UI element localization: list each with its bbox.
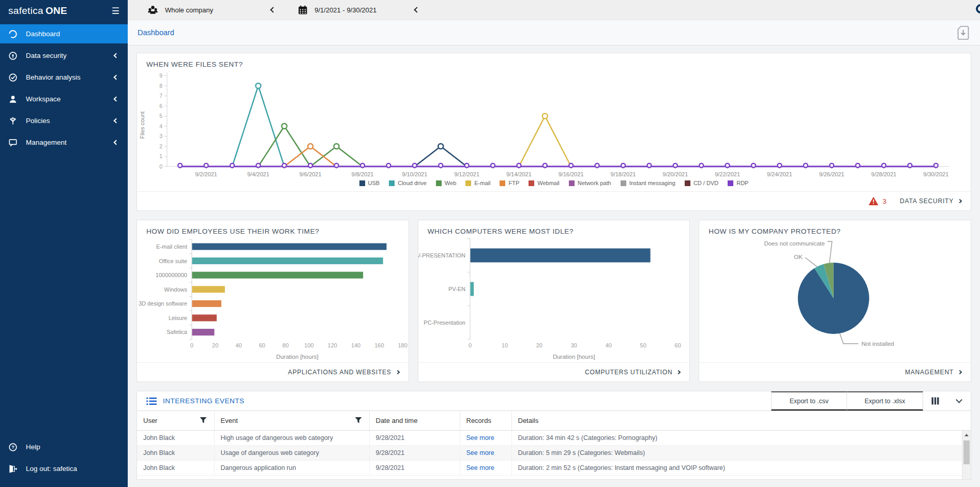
events-table: User Event Date and time Records Details…	[137, 411, 971, 476]
svg-text:9/2/2021: 9/2/2021	[195, 171, 217, 177]
svg-text:100: 100	[304, 342, 313, 348]
svg-text:10: 10	[501, 342, 507, 348]
legend-item: Instant messaging	[621, 180, 675, 186]
svg-text:9/16/2021: 9/16/2021	[559, 171, 584, 177]
sidebar-item-behavior-analysis[interactable]: Behavior analysis	[0, 68, 128, 87]
date-range-label: 9/1/2021 - 9/30/2021	[314, 6, 376, 14]
interesting-events-title[interactable]: INTERESTING EVENTS	[137, 391, 245, 410]
sidebar-item-label: Data security	[26, 52, 67, 59]
scroll-up-arrow[interactable]	[962, 431, 971, 439]
collapse-table-chevron[interactable]	[947, 391, 971, 410]
refresh-ring-icon[interactable]	[974, 2, 980, 15]
alert-count: 3	[883, 197, 887, 205]
svg-text:2: 2	[159, 143, 162, 149]
scrollbar-thumb[interactable]	[963, 440, 970, 464]
see-more-link[interactable]: See more	[466, 434, 494, 442]
breadcrumb[interactable]: Dashboard	[138, 28, 174, 37]
svg-text:9/12/2021: 9/12/2021	[454, 171, 479, 177]
date-range-selector[interactable]: 9/1/2021 - 9/30/2021	[298, 5, 376, 15]
data-security-link[interactable]: DATA SECURITY	[900, 197, 961, 205]
svg-text:OK: OK	[794, 254, 803, 260]
files-sent-chart: 01234567899/2/20219/4/20219/6/20219/8/20…	[137, 68, 971, 178]
data-security-alert: 3	[868, 196, 887, 206]
protection-footer: MANAGEMENT	[699, 362, 971, 382]
sidebar-item-logout[interactable]: Log out: safetica	[0, 459, 128, 478]
events-actions: Export to .csv Export to .xlsx	[771, 391, 971, 410]
sidebar-footer: ? Help Log out: safetica	[0, 437, 128, 481]
legend-item: E-mail	[465, 180, 490, 186]
sidebar-item-help[interactable]: ? Help	[0, 437, 128, 456]
svg-text:9/20/2021: 9/20/2021	[662, 171, 688, 177]
sidebar-item-label: Behavior analysis	[26, 73, 81, 81]
svg-text:60: 60	[259, 342, 265, 348]
see-more-link[interactable]: See more	[466, 464, 494, 471]
app-logo: safeticaONE	[8, 5, 67, 17]
computers-utilization-link[interactable]: COMPUTERS UTILIZATION	[585, 369, 680, 376]
chevron-left-icon	[114, 118, 119, 124]
hamburger-menu-icon[interactable]: ☰	[112, 7, 119, 16]
sidebar-item-dashboard[interactable]: Dashboard	[0, 24, 128, 43]
export-report-icon[interactable]	[956, 25, 970, 40]
filter-icon[interactable]	[200, 417, 207, 424]
export-csv-button[interactable]: Export to .csv	[771, 391, 847, 410]
sidebar-item-label: Policies	[26, 117, 50, 125]
scope-collapse-chevron[interactable]	[270, 7, 276, 12]
legend-item: Webmail	[529, 180, 560, 186]
cell-event: High usage of dangerous web category	[214, 430, 369, 445]
applications-link[interactable]: APPLICATIONS AND WEBSITES	[288, 369, 399, 376]
svg-text:120: 120	[328, 342, 337, 348]
table-scrollbar[interactable]	[962, 431, 971, 479]
svg-text:20: 20	[212, 342, 218, 348]
column-header-records: Records	[460, 411, 511, 430]
behavior-analysis-icon	[8, 72, 18, 83]
table-row[interactable]: John Black Dangerous application run 9/2…	[137, 460, 971, 475]
legend-item: Web	[436, 180, 456, 186]
table-row[interactable]: John Black Usage of dangerous web catego…	[137, 445, 971, 460]
svg-text:Duration [hours]: Duration [hours]	[553, 354, 595, 360]
svg-text:3D design software: 3D design software	[139, 300, 187, 307]
column-header-date: Date and time	[369, 411, 460, 430]
table-row[interactable]: John Black High usage of dangerous web c…	[137, 430, 971, 445]
cell-event: Dangerous application run	[214, 460, 369, 475]
svg-text:40: 40	[235, 342, 242, 348]
help-icon: ?	[8, 442, 18, 452]
cell-date: 9/28/2021	[369, 445, 460, 460]
export-xlsx-button[interactable]: Export to .xlsx	[847, 391, 923, 410]
idle-computers-card: WHICH COMPUTERS WERE MOST IDLE? PV-PRESE…	[418, 220, 690, 382]
sidebar-item-data-security[interactable]: Data security	[0, 46, 128, 65]
columns-icon[interactable]	[923, 391, 947, 410]
column-header-event: Event	[214, 411, 369, 430]
files-sent-legend: USBCloud driveWebE-mailFTPWebmailNetwork…	[137, 180, 971, 186]
idle-computers-title: WHICH COMPUTERS WERE MOST IDLE?	[418, 220, 690, 235]
chevron-right-icon	[395, 370, 399, 374]
date-collapse-chevron[interactable]	[414, 7, 420, 12]
cell-details: Duration: 2 min 52 s (Categories: Instan…	[511, 460, 971, 475]
files-sent-card: WHEN WERE FILES SENT? 01234567899/2/2021…	[137, 53, 971, 211]
sidebar-item-workspace[interactable]: Workspace	[0, 89, 128, 109]
svg-text:5: 5	[159, 113, 162, 119]
policies-icon	[8, 116, 18, 126]
svg-text:9/14/2021: 9/14/2021	[506, 171, 532, 177]
chevron-left-icon	[114, 75, 119, 80]
management-link[interactable]: MANAGEMENT	[905, 369, 961, 376]
filter-icon[interactable]	[355, 417, 362, 424]
svg-text:9/30/2021: 9/30/2021	[923, 171, 948, 177]
chevron-left-icon	[114, 140, 119, 145]
legend-item: Cloud drive	[389, 180, 427, 186]
summary-cards-row: HOW DID EMPLOYEES USE THEIR WORK TIME? E…	[137, 220, 971, 382]
dashboard-icon	[8, 29, 18, 39]
svg-text:1000000000: 1000000000	[156, 272, 187, 278]
see-more-link[interactable]: See more	[466, 449, 494, 456]
svg-text:0: 0	[159, 163, 162, 170]
logout-icon	[8, 464, 18, 474]
sidebar-item-policies[interactable]: Policies	[0, 111, 128, 130]
sidebar-item-management[interactable]: Management	[0, 133, 128, 152]
cell-user: John Black	[137, 460, 214, 475]
svg-text:140: 140	[351, 342, 360, 348]
scope-selector[interactable]: Whole company	[147, 5, 213, 15]
team-icon	[147, 5, 158, 15]
legend-item: RDP	[728, 180, 748, 186]
svg-text:0: 0	[190, 342, 193, 348]
worktime-footer: APPLICATIONS AND WEBSITES	[137, 362, 409, 382]
sidebar-item-label: Help	[26, 443, 40, 451]
